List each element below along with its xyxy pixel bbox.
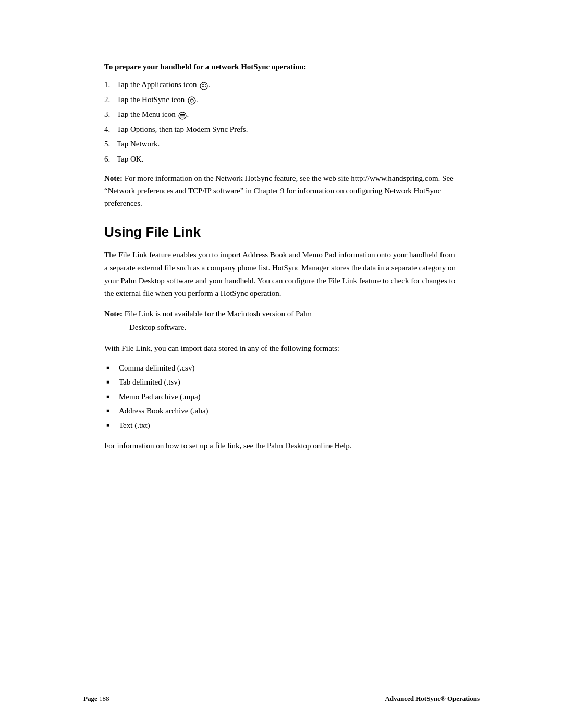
bullet-item-4: Address Book archive (.aba) [104,405,459,417]
section-heading: Using File Link [104,224,459,240]
page-footer: Page 188 Advanced HotSync® Operations [83,690,480,703]
bullet-item-1: Comma delimited (.csv) [104,362,459,374]
note-1-label: Note: [104,174,123,182]
note-2: Note: File Link is not available for the… [104,307,459,334]
svg-point-4 [202,86,203,87]
step-3-num: 3. [104,108,110,120]
step-3-text: Tap the Menu icon . [117,110,189,118]
page-container: To prepare your handheld for a network H… [0,0,563,728]
prepare-heading: To prepare your handheld for a network H… [104,63,459,71]
menu-icon [178,110,187,120]
bullet-list: Comma delimited (.csv) Tab delimited (.t… [104,362,459,431]
bullet-item-3-text: Memo Pad archive (.mpa) [119,392,201,401]
note-1: Note: For more information on the Networ… [104,172,459,209]
page-number: 188 [99,695,109,702]
step-5-text: Tap Network. [117,140,160,148]
svg-point-6 [205,86,206,87]
step-6-text: Tap OK. [117,155,143,163]
step-1: 1. Tap the Applications icon . [104,79,459,91]
hotsync-icon [188,95,196,105]
step-6-num: 6. [104,153,110,165]
bullet-item-3: Memo Pad archive (.mpa) [104,391,459,403]
page-label: Page [83,695,99,702]
bullet-item-2: Tab delimited (.tsv) [104,376,459,388]
step-1-num: 1. [104,79,110,91]
note-2-indent: Desktop software. [104,321,459,334]
footer-chapter-title: Advanced HotSync® Operations [385,695,480,703]
bullet-item-2-text: Tab delimited (.tsv) [119,378,180,386]
bullet-item-4-text: Address Book archive (.aba) [119,406,209,415]
body-para-2: With File Link, you can import data stor… [104,342,459,355]
step-1-text: Tap the Applications icon . [117,80,210,89]
svg-point-2 [203,84,204,85]
step-5-num: 5. [104,138,110,150]
step-4-text: Tap Options, then tap Modem Sync Prefs. [117,125,248,133]
note-1-text: For more information on the Network HotS… [104,174,454,207]
svg-point-5 [203,86,204,87]
step-2: 2. Tap the HotSync icon . [104,94,459,106]
applications-icon [200,80,208,91]
bullet-item-5-text: Text (.txt) [119,421,150,429]
step-4-num: 4. [104,124,110,135]
step-6: 6. Tap OK. [104,153,459,165]
note-2-label: Note: [104,310,123,318]
step-3: 3. Tap the Menu icon . [104,108,459,120]
footer-page-number: Page 188 [83,695,109,703]
step-4: 4. Tap Options, then tap Modem Sync Pref… [104,124,459,135]
svg-point-1 [202,84,203,85]
body-para-3: For information on how to set up a file … [104,439,459,452]
content-area: To prepare your handheld for a network H… [104,63,459,452]
note-2-text-line1: File Link is not available for the Macin… [125,310,312,318]
step-5: 5. Tap Network. [104,138,459,150]
step-2-num: 2. [104,94,110,106]
bullet-item-1-text: Comma delimited (.csv) [119,364,194,372]
svg-point-3 [205,84,206,85]
numbered-steps-list: 1. Tap the Applications icon . [104,79,459,165]
body-para-1: The File Link feature enables you to imp… [104,249,459,300]
svg-point-7 [188,97,195,104]
bullet-item-5: Text (.txt) [104,419,459,431]
step-2-text: Tap the HotSync icon . [117,95,198,104]
